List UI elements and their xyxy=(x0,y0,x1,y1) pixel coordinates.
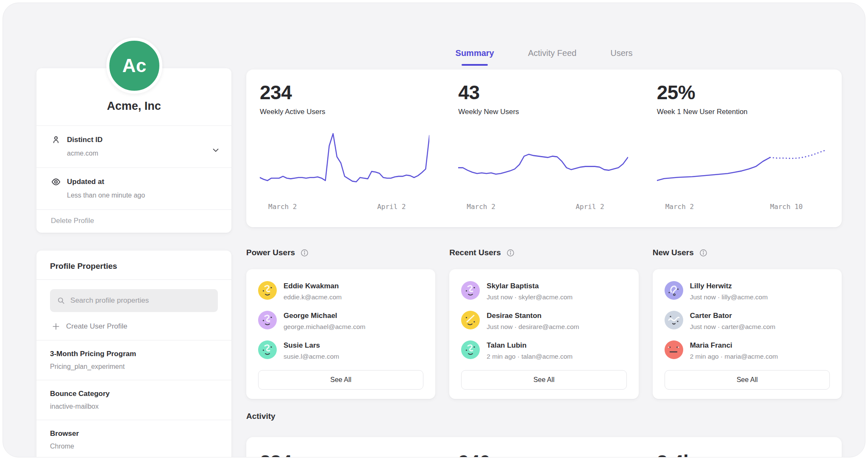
property-value: inactive-mailbox xyxy=(50,403,218,410)
power-users-card: Eddie Kwakman eddie.k@acme.com George Mi… xyxy=(246,269,435,399)
axis-label-end: April 2 xyxy=(576,203,604,211)
avatar xyxy=(665,281,683,300)
user-row[interactable]: Talan Lubin 2 min ago · talan@acme.com xyxy=(461,340,626,360)
delete-profile-button[interactable]: Delete Profile xyxy=(36,209,231,233)
new-users-title: New Users xyxy=(653,248,694,257)
dashboard-frame: Ac Acme, Inc Distinct ID acme.com xyxy=(3,3,865,457)
avatar xyxy=(258,311,277,329)
profile-properties-card: Profile Properties Create User Profile 3… xyxy=(36,251,231,457)
activity-card: 234 940 3.4k xyxy=(246,437,842,457)
axis-label-start: March 2 xyxy=(467,203,495,211)
avatar xyxy=(461,281,480,300)
app-window: Ac Acme, Inc Distinct ID acme.com xyxy=(0,0,868,460)
summary-stats-card: 234 Weekly Active Users March 2 April 2 … xyxy=(246,70,842,227)
power-users-section: Power Users Eddie Kwakman xyxy=(246,248,435,399)
user-detail: eddie.k@acme.com xyxy=(284,293,342,301)
user-name: Susie Lars xyxy=(284,340,339,350)
company-avatar-initials: Ac xyxy=(122,55,146,76)
property-row-browser[interactable]: Browser Chrome xyxy=(36,420,231,457)
stat-label: Week 1 New User Retention xyxy=(657,108,826,116)
user-name: Eddie Kwakman xyxy=(284,281,342,290)
profile-properties-search[interactable] xyxy=(50,289,218,312)
profile-properties-title: Profile Properties xyxy=(36,251,231,279)
avatar xyxy=(461,311,480,329)
property-row-pricing-program[interactable]: 3-Month Pricing Program Pricing_plan_exp… xyxy=(36,340,231,380)
axis-label-end: March 10 xyxy=(770,203,803,211)
plus-icon xyxy=(52,322,60,331)
profile-tabs: Summary Activity Feed Users xyxy=(246,47,842,66)
user-row[interactable]: George Michael george.michael@acme.com xyxy=(258,311,423,331)
new-users-card: Lilly Herwitz Just now · lilly@acme.com … xyxy=(653,269,842,399)
user-name: Carter Bator xyxy=(690,311,776,320)
see-all-button[interactable]: See All xyxy=(258,370,423,390)
user-name: Talan Lubin xyxy=(487,340,573,350)
property-name: 3-Month Pricing Program xyxy=(50,350,218,358)
user-detail: Just now · carter@acme.com xyxy=(690,323,776,331)
user-detail: 2 min ago · talan@acme.com xyxy=(487,353,573,360)
see-all-button[interactable]: See All xyxy=(665,370,830,390)
weekly-new-users-chart xyxy=(458,128,628,198)
updated-at-row: Updated at Less than one minute ago xyxy=(36,167,231,209)
create-user-profile-button[interactable]: Create User Profile xyxy=(52,322,218,331)
stat-week1-retention: 25% Week 1 New User Retention March 2 Ma… xyxy=(643,70,842,227)
stat-value: 43 xyxy=(458,81,628,103)
user-name: Desirae Stanton xyxy=(487,311,579,320)
stat-label: Weekly New Users xyxy=(458,108,628,116)
recent-users-section: Recent Users Skylar Baptista xyxy=(449,248,638,399)
user-row[interactable]: Eddie Kwakman eddie.k@acme.com xyxy=(258,281,423,301)
avatar xyxy=(665,311,683,329)
user-row[interactable]: Carter Bator Just now · carter@acme.com xyxy=(665,311,830,331)
updated-at-value: Less than one minute ago xyxy=(67,192,208,199)
tab-users[interactable]: Users xyxy=(610,47,632,66)
avatar xyxy=(258,340,277,359)
distinct-id-label: Distinct ID xyxy=(67,136,103,144)
chevron-down-icon[interactable] xyxy=(211,145,220,155)
eye-icon xyxy=(51,177,61,187)
avatar xyxy=(665,340,683,359)
user-row[interactable]: Desirae Stanton Just now · desirare@acme… xyxy=(461,311,626,331)
person-icon xyxy=(51,135,61,145)
user-detail: Just now · lilly@acme.com xyxy=(690,293,768,301)
user-row[interactable]: Susie Lars susie.l@acme.com xyxy=(258,340,423,360)
create-user-profile-label: Create User Profile xyxy=(66,322,128,331)
new-users-section: New Users Lilly Herwitz xyxy=(653,248,842,399)
property-row-bounce-category[interactable]: Bounce Category inactive-mailbox xyxy=(36,380,231,420)
distinct-id-value: acme.com xyxy=(67,150,208,157)
see-all-button[interactable]: See All xyxy=(461,370,626,390)
recent-users-card: Skylar Baptista Just now · skyler@acme.c… xyxy=(449,269,638,399)
user-detail: 2 min ago · maria@acme.com xyxy=(690,353,778,360)
activity-stat: 3.4k xyxy=(643,451,842,457)
user-name: Skylar Baptista xyxy=(487,281,573,290)
stat-weekly-active-users: 234 Weekly Active Users March 2 April 2 xyxy=(246,70,445,227)
property-value: Chrome xyxy=(50,443,218,450)
tab-summary[interactable]: Summary xyxy=(456,47,494,66)
tab-activity-feed[interactable]: Activity Feed xyxy=(528,47,576,66)
stat-label: Weekly Active Users xyxy=(260,108,429,116)
search-input[interactable] xyxy=(70,296,211,305)
week1-retention-chart xyxy=(657,128,826,198)
divider xyxy=(36,279,231,280)
chart-x-axis: March 2 April 2 xyxy=(260,198,429,211)
activity-stat: 940 xyxy=(445,451,643,457)
distinct-id-row[interactable]: Distinct ID acme.com xyxy=(36,125,231,167)
info-icon[interactable] xyxy=(699,248,708,257)
recent-users-title: Recent Users xyxy=(449,248,501,257)
user-detail: Just now · desirare@acme.com xyxy=(487,323,579,331)
user-name: Maria Franci xyxy=(690,340,778,350)
avatar xyxy=(461,340,480,359)
user-row[interactable]: Skylar Baptista Just now · skyler@acme.c… xyxy=(461,281,626,301)
stat-weekly-new-users: 43 Weekly New Users March 2 April 2 xyxy=(445,70,643,227)
axis-label-start: March 2 xyxy=(268,203,297,211)
weekly-active-users-chart xyxy=(260,128,429,198)
activity-section-title: Activity xyxy=(246,412,275,421)
stat-value: 25% xyxy=(657,81,826,103)
activity-stat: 234 xyxy=(246,451,445,457)
chart-x-axis: March 2 April 2 xyxy=(458,198,628,211)
info-icon[interactable] xyxy=(506,248,515,257)
avatar xyxy=(258,281,277,300)
user-lists-row: Power Users Eddie Kwakman xyxy=(246,248,842,399)
user-row[interactable]: Maria Franci 2 min ago · maria@acme.com xyxy=(665,340,830,360)
info-icon[interactable] xyxy=(300,248,309,257)
axis-label-end: April 2 xyxy=(377,203,406,211)
user-row[interactable]: Lilly Herwitz Just now · lilly@acme.com xyxy=(665,281,830,301)
